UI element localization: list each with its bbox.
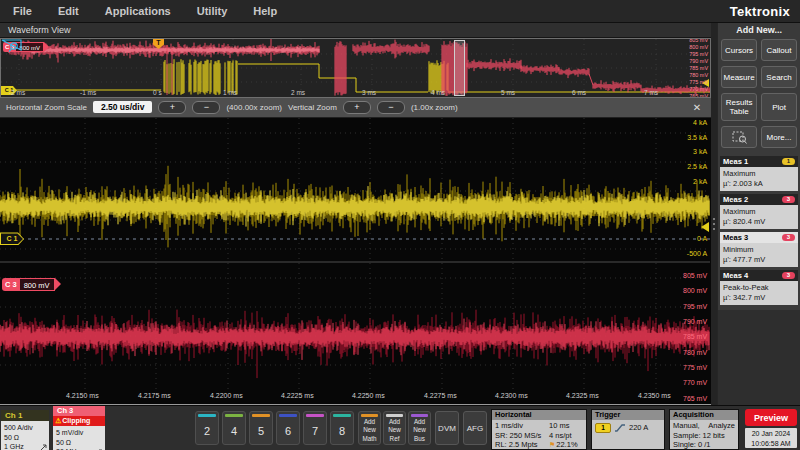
menu-help[interactable]: Help <box>240 5 290 17</box>
trigger-level-arrow[interactable] <box>696 222 709 232</box>
main-x-tick: 4.2350 ms <box>638 392 671 399</box>
date-text: 20 Jan 2024 <box>745 429 797 439</box>
meas-1-panel[interactable]: Meas 1 1 Maximum µ': 2.003 kA <box>720 156 798 191</box>
zoom-region-icon[interactable] <box>1 39 23 54</box>
preview-badge[interactable]: Preview <box>745 409 797 426</box>
waveform-column: Waveform View C 3 800 mV T C 1 805 <box>0 23 711 405</box>
meas-name: Meas 1 <box>723 157 748 166</box>
main-x-tick: 4.2275 ms <box>424 392 457 399</box>
add-new-math-button[interactable]: Add New Math <box>358 411 381 445</box>
menu-file[interactable]: File <box>0 5 45 17</box>
h-window: 10 ms <box>549 421 583 431</box>
acq-sample: Sample: 12 bits <box>673 431 735 441</box>
meas-2-panel[interactable]: Meas 2 3 Maximum µ': 820.4 mV <box>720 194 798 229</box>
ch3-badge-card[interactable]: Ch 3 ⚠Clipping 5 mV/div 50 Ω 20 MHz <box>53 406 105 450</box>
ch3-header: Ch 3 <box>53 406 105 416</box>
add-label: New <box>363 426 376 434</box>
ch3-y-label: 770 mV <box>683 379 707 387</box>
overview-plot[interactable]: C 3 800 mV T C 1 805 mV 800 mV 795 mV 79… <box>0 38 711 98</box>
datetime-display[interactable]: 20 Jan 2024 10:06:58 AM <box>745 428 797 448</box>
overview-x-tick: -1 ms <box>80 89 96 97</box>
channel-button-5[interactable]: 5 <box>249 411 273 445</box>
add-new-bus-button[interactable]: Add New Bus <box>408 411 431 445</box>
bottom-settings-bar: Ch 1 500 A/div 50 Ω 1 GHz Ch 3 ⚠Clipping… <box>0 405 800 450</box>
trigger-level: 220 A <box>629 423 648 433</box>
trigger-title: Trigger <box>592 410 664 420</box>
ch1-scale: 500 A/div <box>4 423 46 433</box>
main-plot[interactable]: C 1 C 3 800 mV 4 kA 3.5 kA 3 kA 2.5 kA 2… <box>0 118 711 405</box>
h-zoom-plus-button[interactable]: + <box>158 101 186 114</box>
cursors-button[interactable]: Cursors <box>721 39 757 61</box>
acquisition-title: Acquisition <box>670 410 738 420</box>
meas-type: Peak-to-Peak <box>723 283 795 293</box>
channel-button-label: 7 <box>312 417 318 444</box>
v-zoom-plus-button[interactable]: + <box>343 101 371 114</box>
ch3-y-label: 805 mV <box>683 272 707 280</box>
channel-button-6[interactable]: 6 <box>276 411 300 445</box>
channel-button-label: 5 <box>258 417 264 444</box>
acq-single: Single: 0 /1 <box>673 440 735 450</box>
tektronix-logo: Tektronix <box>730 4 790 19</box>
add-label: Add <box>389 418 400 426</box>
meas-name: Meas 4 <box>723 271 748 280</box>
bus-color-stripe <box>411 414 428 417</box>
meas-type: Maximum <box>723 169 795 179</box>
ch1-y-label: 3 kA <box>693 148 707 156</box>
ch3-y-label: 795 mV <box>683 303 707 311</box>
channel-button-4[interactable]: 4 <box>222 411 246 445</box>
plot-button[interactable]: Plot <box>761 93 797 121</box>
channel-button-8[interactable]: 8 <box>330 411 354 445</box>
callout-button[interactable]: Callout <box>761 39 797 61</box>
clipping-warning: ⚠Clipping <box>53 416 105 426</box>
ch1-badge-card[interactable]: Ch 1 500 A/div 50 Ω 1 GHz <box>1 410 49 450</box>
afg-button[interactable]: AFG <box>463 411 487 445</box>
ch3-y-label: 765 mV <box>683 395 707 403</box>
oscilloscope-app: File Edit Applications Utility Help Tekt… <box>0 0 800 450</box>
meas-type: Minimum <box>723 245 795 255</box>
overview-y-label: 795 mV <box>689 51 708 58</box>
overview-x-tick: 6 ms <box>572 89 586 97</box>
ch3-y-label: 775 mV <box>683 364 707 372</box>
add-label: New <box>388 426 401 434</box>
add-new-ref-button[interactable]: Add New Ref <box>383 411 406 445</box>
menu-edit[interactable]: Edit <box>45 5 92 17</box>
results-sidebar: Add New... Cursors Callout Measure Searc… <box>717 23 800 405</box>
close-zoom-icon[interactable]: ✕ <box>693 102 705 113</box>
menu-utility[interactable]: Utility <box>184 5 241 17</box>
more-button[interactable]: More... <box>761 126 797 148</box>
h-record-length: RL: 2.5 Mpts <box>495 440 549 450</box>
channel-button-7[interactable]: 7 <box>303 411 327 445</box>
overview-y-label: 770 mV <box>689 86 708 93</box>
main-x-tick: 4.2150 ms <box>66 392 99 399</box>
horizontal-panel[interactable]: Horizontal 1 ms/div 10 ms SR: 250 MS/s 4… <box>491 409 587 450</box>
dvm-button[interactable]: DVM <box>435 411 459 445</box>
meas-4-panel[interactable]: Meas 4 3 Peak-to-Peak µ': 342.7 mV <box>720 270 798 305</box>
v-zoom-minus-button[interactable]: − <box>377 101 405 114</box>
waveform-view-tab[interactable]: Waveform View <box>0 23 711 38</box>
channel-button-2[interactable]: 2 <box>195 411 219 445</box>
acquisition-panel[interactable]: Acquisition Manual, Analyze Sample: 12 b… <box>669 409 739 450</box>
overview-y-label: 800 mV <box>689 44 708 51</box>
h-zoom-scale-value[interactable]: 2.50 us/div <box>93 101 152 113</box>
acq-mode: Manual, <box>673 421 700 431</box>
overview-x-tick: -2 ms <box>9 89 25 97</box>
trigger-position-flag-icon: ⚑ <box>549 441 555 448</box>
zoom-box-button[interactable] <box>721 126 757 148</box>
search-button[interactable]: Search <box>761 66 797 88</box>
main-ch3-badge[interactable]: C 3 800 mV <box>2 278 61 291</box>
panel-splitter[interactable] <box>711 23 717 405</box>
h-scale: 1 ms/div <box>495 421 549 431</box>
meas-3-panel[interactable]: Meas 3 3 Minimum µ': 477.7 mV <box>720 232 798 267</box>
menu-applications[interactable]: Applications <box>92 5 184 17</box>
ch3-y-label: 790 mV <box>683 318 707 326</box>
ch1-impedance: 50 Ω <box>4 433 46 443</box>
main-x-tick: 4.2250 ms <box>352 392 385 399</box>
main-x-tick: 4.2175 ms <box>138 392 171 399</box>
zoom-window-indicator[interactable] <box>454 40 465 96</box>
trigger-panel[interactable]: Trigger 1 220 A <box>591 409 665 450</box>
h-resolution: 4 ns/pt <box>549 431 583 441</box>
h-zoom-minus-button[interactable]: − <box>192 101 220 114</box>
main-x-tick: 4.2200 ms <box>210 392 243 399</box>
measure-button[interactable]: Measure <box>721 66 757 88</box>
results-table-button[interactable]: Results Table <box>721 93 757 121</box>
